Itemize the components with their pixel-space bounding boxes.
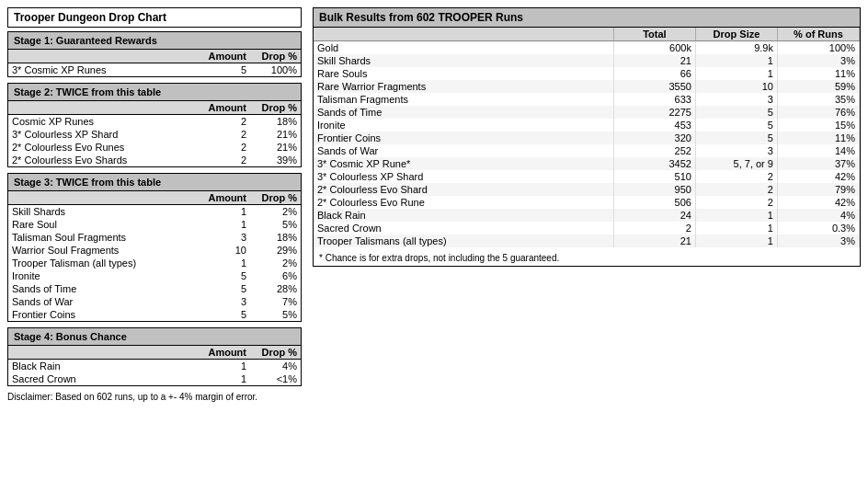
row-dropsize: 9.9k (695, 41, 777, 55)
row-drop: 21% (250, 128, 301, 141)
row-amount: 2 (200, 128, 250, 141)
row-amount: 2 (200, 141, 250, 154)
row-amount: 1 (200, 218, 250, 231)
row-pct: 42% (777, 196, 859, 209)
row-drop: 7% (250, 295, 301, 308)
row-amount: 1 (200, 257, 250, 269)
app-title: Trooper Dungeon Drop Chart (7, 7, 302, 28)
row-amount: 5 (200, 282, 250, 295)
row-name: 2* Colourless Evo Shards (8, 154, 200, 166)
row-amount: 10 (200, 244, 250, 257)
row-dropsize: 2 (695, 170, 777, 183)
row-name: Sands of Time (8, 282, 200, 295)
row-drop: 100% (250, 63, 301, 77)
table-row: Sands of War 3 7% (8, 295, 301, 308)
stage2-table: Amount Drop % Cosmic XP Runes 2 18% 3* C… (8, 101, 301, 166)
row-name: Sands of War (314, 144, 613, 157)
right-col-pct: % of Runs (777, 28, 859, 41)
row-name: 2* Colourless Evo Shard (314, 183, 613, 196)
row-amount: 5 (200, 63, 250, 77)
stage3-col-name (8, 191, 200, 205)
stage3-col-amount: Amount (200, 191, 250, 205)
disclaimer: Disclaimer: Based on 602 runs, up to a +… (7, 392, 302, 402)
table-row: 3* Cosmic XP Runes 5 100% (8, 63, 301, 77)
table-row: Rare Souls 66 1 11% (314, 67, 860, 80)
row-pct: 11% (777, 67, 859, 80)
table-row: Talisman Fragments 633 3 35% (314, 93, 860, 106)
row-name: Talisman Fragments (314, 93, 613, 106)
row-pct: 59% (777, 80, 859, 93)
table-row: 3* Colourless XP Shard 510 2 42% (314, 170, 860, 183)
row-drop: 5% (250, 308, 301, 321)
stage1-table: Amount Drop % 3* Cosmic XP Runes 5 100% (8, 50, 301, 76)
row-dropsize: 3 (695, 144, 777, 157)
table-row: Sacred Crown 2 1 0.3% (314, 222, 860, 235)
row-dropsize: 1 (695, 222, 777, 235)
row-name: Sacred Crown (8, 372, 200, 385)
right-table-wrapper: Bulk Results from 602 TROOPER Runs Total… (313, 7, 861, 267)
row-drop: 2% (250, 205, 301, 219)
row-name: 2* Colourless Evo Runes (8, 141, 200, 154)
stage4-section: Stage 4: Bonus Chance Amount Drop % Blac… (7, 327, 302, 386)
row-name: Rare Soul (8, 218, 200, 231)
row-name: Skill Shards (314, 54, 613, 67)
row-name: Trooper Talisman (all types) (8, 257, 200, 269)
left-panel: Trooper Dungeon Drop Chart Stage 1: Guar… (7, 7, 302, 402)
row-pct: 76% (777, 106, 859, 119)
row-drop: 21% (250, 141, 301, 154)
right-col-total: Total (613, 28, 695, 41)
stage4-col-name (8, 346, 200, 360)
stage1-col-drop: Drop % (250, 50, 301, 63)
row-name: Ironite (314, 119, 613, 132)
row-amount: 1 (200, 372, 250, 385)
row-total: 252 (613, 144, 695, 157)
table-row: 2* Colourless Evo Shard 950 2 79% (314, 183, 860, 196)
row-name: 3* Colourless XP Shard (8, 128, 200, 141)
row-amount: 2 (200, 154, 250, 166)
row-dropsize: 2 (695, 183, 777, 196)
row-name: Frontier Coins (314, 132, 613, 144)
table-row: Cosmic XP Runes 2 18% (8, 115, 301, 129)
row-amount: 3 (200, 295, 250, 308)
stage3-section: Stage 3: TWICE from this table Amount Dr… (7, 173, 302, 322)
stage4-table: Amount Drop % Black Rain 1 4% Sacred Cro… (8, 346, 301, 385)
row-pct: 14% (777, 144, 859, 157)
row-pct: 37% (777, 157, 859, 170)
stage4-header: Stage 4: Bonus Chance (8, 328, 301, 346)
table-row: 3* Cosmic XP Rune* 3452 5, 7, or 9 37% (314, 157, 860, 170)
table-row: Ironite 453 5 15% (314, 119, 860, 132)
row-pct: 4% (777, 209, 859, 222)
row-name: Trooper Talismans (all types) (314, 235, 613, 247)
row-name: Rare Warrior Fragments (314, 80, 613, 93)
table-row: 2* Colourless Evo Shards 2 39% (8, 154, 301, 166)
row-dropsize: 5 (695, 119, 777, 132)
stage1-col-name (8, 50, 200, 63)
table-row: Frontier Coins 5 5% (8, 308, 301, 321)
row-pct: 0.3% (777, 222, 859, 235)
row-dropsize: 2 (695, 196, 777, 209)
table-row: Trooper Talisman (all types) 1 2% (8, 257, 301, 269)
stage1-header: Stage 1: Guaranteed Rewards (8, 32, 301, 50)
row-pct: 3% (777, 235, 859, 247)
table-row: Trooper Talismans (all types) 21 1 3% (314, 235, 860, 247)
row-total: 3550 (613, 80, 695, 93)
row-total: 510 (613, 170, 695, 183)
table-row: Sacred Crown 1 <1% (8, 372, 301, 385)
row-total: 2275 (613, 106, 695, 119)
right-note: * Chance is for extra drops, not includi… (314, 250, 860, 266)
stage2-header: Stage 2: TWICE from this table (8, 84, 301, 101)
row-pct: 3% (777, 54, 859, 67)
stage3-col-drop: Drop % (250, 191, 301, 205)
stage2-col-amount: Amount (200, 101, 250, 115)
row-amount: 5 (200, 269, 250, 282)
row-drop: 5% (250, 218, 301, 231)
stage4-col-drop: Drop % (250, 346, 301, 360)
stage3-header: Stage 3: TWICE from this table (8, 174, 301, 191)
row-name: 3* Cosmic XP Runes (8, 63, 200, 77)
row-pct: 11% (777, 132, 859, 144)
right-col-dropsize: Drop Size (695, 28, 777, 41)
table-row: Skill Shards 21 1 3% (314, 54, 860, 67)
row-total: 24 (613, 209, 695, 222)
row-dropsize: 1 (695, 235, 777, 247)
row-name: Frontier Coins (8, 308, 200, 321)
